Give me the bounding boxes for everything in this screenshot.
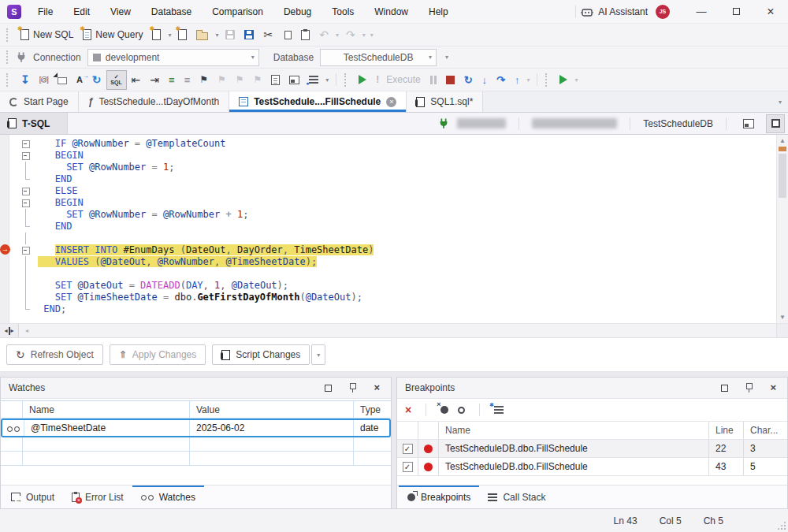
save-all-button[interactable] — [240, 25, 258, 44]
validate-sql-button[interactable]: ✓SQL — [106, 70, 127, 90]
column-header-type[interactable]: Type — [354, 401, 391, 418]
bottom-tab-watches[interactable]: Watches — [132, 485, 204, 508]
bottom-tab-breakpoints[interactable]: Breakpoints — [399, 485, 479, 508]
toolbar-overflow[interactable]: ▾ — [443, 54, 451, 61]
pause-button[interactable] — [426, 70, 441, 89]
menu-view[interactable]: View — [100, 6, 141, 17]
fold-gutter[interactable] — [20, 162, 32, 173]
refresh-button[interactable]: ↻ — [87, 70, 106, 89]
script-changes-dropdown[interactable]: ▾ — [311, 344, 325, 365]
doc-tab-start-page[interactable]: Start Page — [0, 91, 79, 112]
ai-assistant-button[interactable]: AI Assistant — [598, 6, 648, 17]
delete-all-breakpoints-button[interactable] — [440, 406, 448, 414]
toolbar-grip[interactable] — [6, 50, 10, 64]
fold-gutter[interactable] — [20, 292, 32, 303]
scrollbar-thumb[interactable] — [779, 154, 786, 198]
breakpoint-enabled-cell[interactable]: ✓ — [397, 440, 418, 457]
rename-button[interactable] — [53, 70, 72, 89]
horizontal-scrollbar[interactable]: ◂▸ ◂ — [0, 323, 788, 338]
toolbar-grip[interactable] — [344, 73, 348, 87]
doc-tab-sql1-sql-[interactable]: SQL1.sql* — [407, 91, 483, 112]
fold-gutter[interactable] — [20, 303, 32, 315]
database-select[interactable]: TestScheduleDB ▾ — [320, 49, 437, 66]
new-document-button[interactable] — [147, 25, 165, 44]
open-dropdown[interactable]: ▾ — [213, 32, 221, 39]
doc-tab-testschedule-fillschedule[interactable]: TestSchedule....FillSchedule× — [229, 91, 407, 112]
fold-gutter[interactable] — [20, 150, 32, 162]
navigate-button[interactable]: A — [72, 70, 87, 89]
undo-button[interactable]: ↶ — [314, 25, 333, 44]
cut-button[interactable]: ✂ — [258, 25, 277, 44]
checkbox-icon[interactable]: ✓ — [403, 444, 413, 454]
window-layout-button[interactable] — [284, 70, 304, 89]
paste-button[interactable] — [296, 25, 314, 44]
bottom-tab-output[interactable]: Output — [2, 485, 63, 508]
undo-dropdown[interactable]: ▾ — [333, 32, 341, 39]
column-header-name[interactable]: Name — [23, 401, 190, 418]
format-button[interactable]: ≡ — [164, 70, 180, 89]
breakpoint-enabled-cell[interactable]: ✓ — [397, 458, 418, 475]
fold-gutter[interactable] — [20, 138, 32, 150]
breakpoint-row[interactable]: ✓TestScheduleDB.dbo.FillSchedule223 — [397, 440, 787, 458]
query-plan-button[interactable] — [304, 70, 323, 89]
execute-button[interactable]: !Execute — [371, 70, 425, 89]
watch-row-selected[interactable]: @TimeSheetDate 2025-06-02 date — [1, 419, 391, 437]
current-statement-pointer-icon[interactable]: → — [0, 244, 10, 255]
fold-gutter[interactable] — [20, 244, 32, 256]
connection-select[interactable]: development ▾ — [87, 49, 259, 66]
open-button[interactable] — [191, 25, 213, 44]
tab-close-icon[interactable]: × — [386, 97, 396, 107]
columns-button[interactable] — [494, 406, 504, 414]
document-outline-button[interactable] — [266, 70, 284, 89]
fold-gutter[interactable] — [20, 256, 32, 268]
redo-dropdown[interactable]: ▾ — [360, 32, 368, 39]
maximize-panel-icon[interactable] — [325, 385, 332, 392]
new-file-button[interactable] — [173, 25, 191, 44]
vertical-scrollbar[interactable]: ▲ ▼ — [776, 135, 788, 323]
continue-button[interactable]: ↻ — [459, 70, 478, 89]
user-badge[interactable]: JS — [656, 5, 670, 19]
bottom-tab-call-stack[interactable]: Call Stack — [479, 485, 554, 508]
scroll-down-icon[interactable]: ▼ — [777, 314, 788, 321]
comment-button[interactable]: ≡ — [180, 70, 195, 89]
toggle-bookmark-button[interactable]: ⚑ — [195, 70, 213, 89]
save-button[interactable] — [221, 25, 240, 44]
fold-gutter[interactable] — [20, 280, 32, 292]
copy-button[interactable] — [277, 25, 296, 44]
start-debug-button[interactable] — [354, 70, 371, 89]
tsql-view-tab[interactable]: T-SQL — [0, 113, 68, 134]
code-editor[interactable]: IF @RowNumber = @TemplateCount BEGIN SET… — [0, 135, 788, 323]
goto-line-button[interactable]: ↧ — [16, 70, 35, 89]
fold-gutter[interactable] — [20, 185, 32, 197]
fold-gutter[interactable] — [20, 221, 32, 233]
fold-gutter[interactable] — [20, 209, 32, 221]
run-button[interactable] — [555, 70, 572, 89]
splitter-toggle[interactable]: ◂▸ — [0, 324, 19, 337]
new-document-dropdown[interactable]: ▾ — [165, 32, 173, 39]
watch-row-empty[interactable] — [1, 437, 391, 452]
fold-gutter[interactable] — [20, 268, 32, 280]
watch-row-empty[interactable] — [1, 452, 391, 466]
script-changes-button[interactable]: Script Changes — [212, 344, 310, 365]
menu-window[interactable]: Window — [364, 6, 418, 17]
step-into-button[interactable]: ↓ — [478, 70, 492, 89]
menu-database[interactable]: Database — [141, 6, 202, 17]
menu-edit[interactable]: Edit — [63, 6, 100, 17]
parameters-button[interactable]: [@] — [35, 70, 53, 89]
prev-bookmark-button[interactable]: ⚑ — [213, 70, 231, 89]
pin-icon[interactable] — [745, 383, 753, 392]
stop-button[interactable] — [441, 70, 459, 89]
checkbox-icon[interactable]: ✓ — [403, 462, 413, 472]
scroll-up-icon[interactable]: ▲ — [777, 137, 788, 144]
column-header-value[interactable]: Value — [190, 401, 354, 418]
fold-gutter[interactable] — [20, 197, 32, 209]
query-plan-dropdown[interactable]: ▾ — [323, 76, 331, 84]
fold-gutter[interactable] — [20, 233, 32, 244]
delete-breakpoint-button[interactable]: × — [405, 404, 411, 416]
apply-changes-button[interactable]: ⇑Apply Changes — [110, 344, 206, 365]
close-button[interactable]: × — [753, 1, 788, 23]
toolbar-overflow[interactable]: ▾ — [368, 32, 376, 39]
breakpoint-row[interactable]: ✓TestScheduleDB.dbo.FillSchedule435 — [397, 458, 787, 476]
new-query-button[interactable]: New Query — [78, 25, 147, 44]
column-header-line[interactable]: Line — [709, 422, 744, 439]
